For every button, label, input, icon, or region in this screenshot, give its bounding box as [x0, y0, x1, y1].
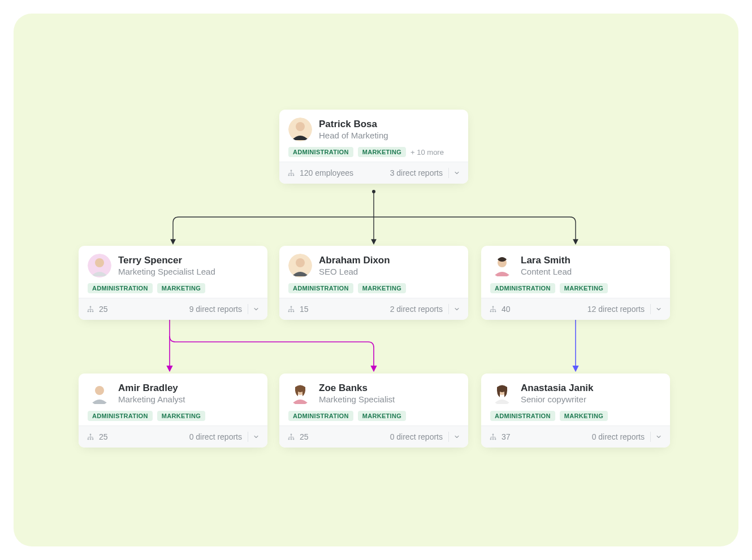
tag-marketing[interactable]: MARKETING — [560, 411, 608, 421]
expand-button[interactable] — [250, 431, 262, 442]
person-name: Patrick Bosa — [319, 118, 388, 130]
svg-point-41 — [492, 434, 494, 436]
svg-point-44 — [495, 439, 496, 440]
svg-point-23 — [492, 306, 494, 308]
svg-point-14 — [92, 311, 94, 312]
org-card[interactable]: Abraham Dixon SEO Lead ADMINISTRATION MA… — [279, 246, 468, 320]
org-tree-icon — [489, 433, 497, 441]
person-name: Terry Spencer — [118, 254, 215, 266]
svg-point-8 — [293, 175, 295, 176]
org-tree-icon — [287, 169, 295, 177]
svg-point-10 — [95, 258, 104, 267]
svg-point-43 — [492, 439, 494, 440]
tag-marketing[interactable]: MARKETING — [358, 147, 406, 157]
person-title: Marketing Specialist Lead — [118, 267, 215, 277]
svg-point-13 — [90, 311, 92, 312]
org-card[interactable]: Lara Smith Content Lead ADMINISTRATION M… — [481, 246, 670, 320]
direct-reports: 0 direct reports — [592, 432, 645, 441]
org-tree-icon — [287, 305, 295, 313]
tag-marketing[interactable]: MARKETING — [358, 411, 406, 421]
direct-reports: 9 direct reports — [189, 305, 242, 314]
org-card-root[interactable]: Patrick Bosa Head of Marketing ADMINISTR… — [279, 110, 468, 184]
expand-button[interactable] — [451, 303, 463, 315]
svg-point-6 — [288, 175, 290, 176]
svg-point-17 — [291, 306, 292, 308]
expand-button[interactable] — [250, 303, 262, 315]
avatar — [88, 254, 111, 277]
org-card[interactable]: Amir Bradley Marketing Analyst ADMINISTR… — [79, 374, 267, 448]
svg-point-42 — [490, 439, 492, 440]
chevron-down-icon — [453, 170, 460, 176]
avatar — [490, 381, 514, 405]
employee-count: 120 employees — [300, 168, 353, 177]
svg-point-20 — [293, 311, 295, 312]
person-title: Marketing Analyst — [118, 394, 185, 405]
expand-button[interactable] — [653, 431, 664, 442]
employee-count: 40 — [502, 305, 511, 314]
chevron-down-icon — [655, 433, 662, 440]
svg-point-4 — [296, 122, 305, 131]
direct-reports: 3 direct reports — [390, 168, 443, 177]
svg-point-28 — [95, 386, 104, 395]
avatar — [288, 118, 312, 141]
tag-marketing[interactable]: MARKETING — [157, 411, 205, 421]
org-tree-icon — [87, 305, 94, 313]
employee-count: 37 — [502, 432, 511, 441]
svg-point-12 — [88, 311, 89, 312]
direct-reports: 2 direct reports — [390, 305, 443, 314]
tag-administration[interactable]: ADMINISTRATION — [288, 283, 353, 293]
svg-point-24 — [490, 311, 492, 312]
svg-point-26 — [495, 311, 496, 312]
tag-administration[interactable]: ADMINISTRATION — [88, 283, 153, 293]
direct-reports: 0 direct reports — [390, 432, 443, 441]
org-tree-icon — [287, 433, 295, 441]
svg-point-38 — [293, 439, 295, 440]
expand-button[interactable] — [653, 303, 664, 315]
svg-point-30 — [88, 439, 89, 440]
chevron-down-icon — [655, 306, 662, 312]
avatar — [490, 254, 514, 277]
tag-marketing[interactable]: MARKETING — [358, 283, 406, 293]
person-title: Marketing Specialist — [319, 394, 395, 405]
tag-administration[interactable]: ADMINISTRATION — [88, 411, 153, 421]
chevron-down-icon — [453, 433, 460, 440]
svg-point-16 — [296, 258, 305, 267]
tag-marketing[interactable]: MARKETING — [560, 283, 608, 293]
tag-marketing[interactable]: MARKETING — [157, 283, 205, 293]
person-name: Lara Smith — [521, 254, 572, 266]
svg-point-7 — [291, 175, 292, 176]
tag-administration[interactable]: ADMINISTRATION — [288, 411, 353, 421]
org-card[interactable]: Terry Spencer Marketing Specialist Lead … — [79, 246, 267, 320]
org-tree-icon — [489, 305, 497, 313]
expand-button[interactable] — [451, 167, 463, 179]
svg-point-32 — [92, 439, 94, 440]
avatar — [88, 381, 111, 405]
person-name: Zoe Banks — [319, 382, 395, 394]
svg-point-36 — [288, 439, 290, 440]
person-name: Abraham Dixon — [319, 254, 390, 266]
svg-point-19 — [291, 311, 292, 312]
chevron-down-icon — [453, 306, 460, 312]
more-tags[interactable]: + 10 more — [410, 148, 444, 157]
person-title: Head of Marketing — [319, 131, 388, 141]
tag-administration[interactable]: ADMINISTRATION — [288, 147, 353, 157]
tag-administration[interactable]: ADMINISTRATION — [490, 283, 555, 293]
org-chart-canvas: Patrick Bosa Head of Marketing ADMINISTR… — [14, 14, 738, 546]
tag-administration[interactable]: ADMINISTRATION — [490, 411, 555, 421]
expand-button[interactable] — [451, 431, 463, 442]
direct-reports: 0 direct reports — [189, 432, 242, 441]
org-card[interactable]: Anastasia Janik Senior copywriter ADMINI… — [481, 374, 670, 448]
svg-point-37 — [291, 439, 292, 440]
org-tree-icon — [87, 433, 94, 441]
svg-point-29 — [90, 434, 92, 436]
employee-count: 25 — [99, 432, 108, 441]
person-title: SEO Lead — [319, 267, 390, 277]
direct-reports: 12 direct reports — [587, 305, 645, 314]
org-card[interactable]: Zoe Banks Marketing Specialist ADMINISTR… — [279, 374, 468, 448]
svg-point-35 — [291, 434, 292, 436]
svg-point-11 — [90, 306, 92, 308]
avatar — [288, 381, 312, 405]
avatar — [288, 254, 312, 277]
chevron-down-icon — [253, 306, 260, 312]
svg-point-5 — [291, 170, 292, 172]
